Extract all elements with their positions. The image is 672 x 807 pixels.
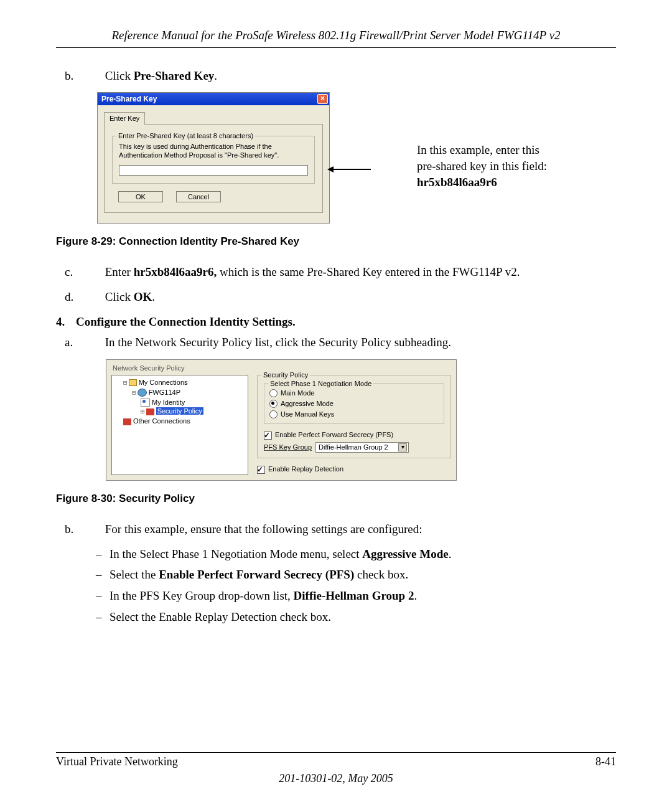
chevron-down-icon: ▾ <box>398 443 407 451</box>
sp-tree[interactable]: ⊟My Connections ⊟FWG114P My Identity ⊞Se… <box>111 375 248 475</box>
dash-item: Select the Enable Perfect Forward Secrec… <box>96 567 616 583</box>
step-4: 4.Configure the Connection Identity Sett… <box>56 314 616 330</box>
pfs-key-group-select[interactable]: Diffie-Hellman Group 2 ▾ <box>315 442 409 453</box>
identity-icon <box>141 399 150 407</box>
security-policy-window: Network Security Policy ⊟My Connections … <box>106 359 457 481</box>
psk-group-legend: Enter Pre-Shared Key (at least 8 charact… <box>116 131 255 141</box>
tree-other-connections[interactable]: Other Connections <box>123 417 245 426</box>
step-d: d. Click OK. <box>85 289 616 305</box>
footer-section: Virtual Private Networking <box>56 754 178 769</box>
folder-icon <box>129 379 137 386</box>
pfs-key-group-label: PFS Key Group <box>264 443 312 452</box>
sp-group-security-policy: Security Policy Select Phase 1 Negotiati… <box>257 375 451 458</box>
checkbox-replay-detection[interactable]: Enable Replay Detection <box>257 465 451 474</box>
page-number: 8-41 <box>595 754 616 769</box>
step-c: c. Enter hr5xb84l6aa9r6, which is the sa… <box>85 264 616 280</box>
globe-icon <box>138 389 147 397</box>
ok-button[interactable]: OK <box>118 191 163 203</box>
cancel-button[interactable]: Cancel <box>176 191 221 203</box>
header-rule <box>56 47 616 48</box>
dash-item: In the PFS Key Group drop-down list, Dif… <box>96 588 616 604</box>
radio-use-manual-keys[interactable]: Use Manual Keys <box>269 410 439 419</box>
dash-item: Select the Enable Replay Detection check… <box>96 609 616 625</box>
sp-group-phase1: Select Phase 1 Negotiation Mode Main Mod… <box>264 383 444 425</box>
tree-fwg114p[interactable]: ⊟FWG114P My Identity ⊞Security Policy <box>132 388 245 417</box>
document-version: 201-10301-02, May 2005 <box>56 771 616 786</box>
footer-rule <box>56 752 616 753</box>
psk-input[interactable] <box>119 165 308 176</box>
psk-titlebar: Pre-Shared Key × <box>98 93 329 105</box>
radio-aggressive-mode[interactable]: Aggressive Mode <box>269 399 439 408</box>
step-4b: b. For this example, ensure that the fol… <box>85 521 616 537</box>
annotation-arrow <box>327 129 372 210</box>
psk-tab-enter-key[interactable]: Enter Key <box>104 112 145 125</box>
step-4a: a. In the Network Security Policy list, … <box>85 334 616 351</box>
tree-my-connections[interactable]: ⊟My Connections ⊟FWG114P My Identity ⊞Se… <box>123 378 245 417</box>
psk-dialog: Pre-Shared Key × Enter Key Enter Pre-Sha… <box>97 92 330 224</box>
tree-my-identity[interactable]: My Identity <box>141 398 245 407</box>
radio-main-mode[interactable]: Main Mode <box>269 389 439 398</box>
psk-groupbox: Enter Pre-Shared Key (at least 8 charact… <box>112 136 315 184</box>
running-header: Reference Manual for the ProSafe Wireles… <box>56 27 616 44</box>
lock-icon <box>123 418 131 425</box>
dash-item: In the Select Phase 1 Negotiation Mode m… <box>96 546 616 562</box>
close-icon[interactable]: × <box>317 94 328 104</box>
svg-marker-1 <box>327 166 334 172</box>
annotation-text: In this example, enter this pre-shared k… <box>417 142 547 190</box>
figure-8-30-caption: Figure 8-30: Security Policy <box>56 492 616 506</box>
lock-icon <box>146 408 154 415</box>
psk-title: Pre-Shared Key <box>101 94 157 104</box>
step-b: b. Click Pre-Shared Key. <box>85 68 616 84</box>
figure-8-29-caption: Figure 8-29: Connection Identity Pre-Sha… <box>56 235 616 249</box>
settings-list: In the Select Phase 1 Negotiation Mode m… <box>56 546 616 625</box>
content: b. Click Pre-Shared Key. Pre-Shared Key … <box>56 68 616 625</box>
figure-8-29: Pre-Shared Key × Enter Key Enter Pre-Sha… <box>97 92 616 224</box>
footer: Virtual Private Networking 8-41 201-1030… <box>56 752 616 786</box>
figure-8-30: Network Security Policy ⊟My Connections … <box>106 359 616 481</box>
page: Reference Manual for the ProSafe Wireles… <box>0 0 672 807</box>
tree-security-policy[interactable]: ⊞Security Policy <box>141 407 245 417</box>
checkbox-pfs[interactable]: Enable Perfect Forward Secrecy (PFS) <box>264 430 444 440</box>
psk-note: This key is used during Authentication P… <box>119 143 308 160</box>
